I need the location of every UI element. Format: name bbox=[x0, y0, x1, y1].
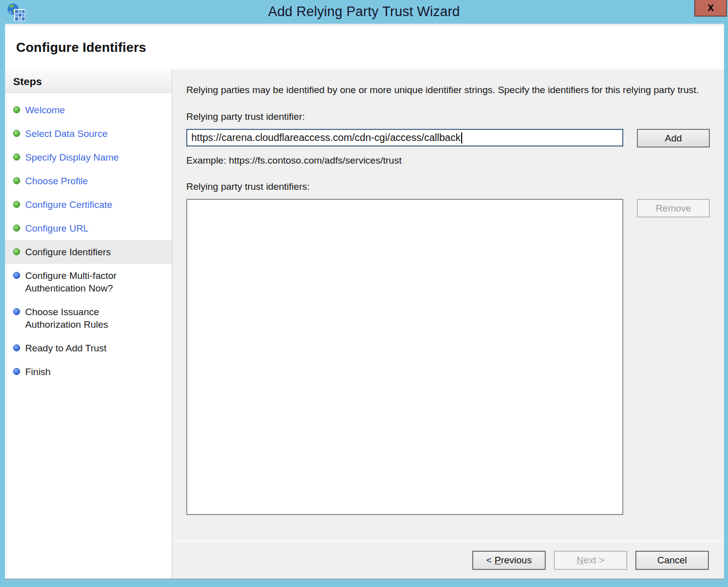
step-item-configure-multi-factor-authentication-now: Configure Multi-factor Authentication No… bbox=[5, 264, 172, 300]
step-item-ready-to-add-trust: Ready to Add Trust bbox=[5, 336, 172, 360]
step-completed-icon bbox=[13, 248, 20, 255]
step-label: Choose Profile bbox=[25, 175, 88, 187]
step-label: Configure Multi-factor Authentication No… bbox=[25, 269, 149, 295]
window-title: Add Relying Party Trust Wizard bbox=[0, 0, 728, 24]
steps-title: Steps bbox=[5, 70, 172, 93]
step-pending-icon bbox=[13, 368, 20, 375]
step-completed-icon bbox=[13, 225, 20, 232]
wizard-dialog: Configure Identifiers Steps WelcomeSelec… bbox=[5, 24, 724, 580]
step-label: Configure Identifiers bbox=[25, 246, 111, 258]
footer-bar: < Previous Next > Cancel bbox=[172, 541, 724, 578]
titlebar: Add Relying Party Trust Wizard X bbox=[0, 0, 728, 24]
step-label: Specify Display Name bbox=[25, 151, 119, 164]
page-header: Configure Identifiers bbox=[5, 24, 724, 70]
step-item-choose-issuance-authorization-rules: Choose Issuance Authorization Rules bbox=[5, 300, 172, 336]
step-item-welcome[interactable]: Welcome bbox=[5, 98, 172, 122]
page-title: Configure Identifiers bbox=[16, 40, 724, 55]
intro-text: Relying parties may be identified by one… bbox=[186, 83, 710, 97]
example-text: Example: https://fs.contoso.com/adfs/ser… bbox=[186, 155, 710, 166]
steps-sidebar: Steps WelcomeSelect Data SourceSpecify D… bbox=[5, 70, 172, 578]
step-label: Ready to Add Trust bbox=[25, 342, 107, 354]
step-pending-icon bbox=[13, 308, 20, 315]
identifiers-list-label: Relying party trust identifiers: bbox=[186, 181, 710, 192]
close-button[interactable]: X bbox=[694, 0, 727, 17]
next-button[interactable]: Next > bbox=[554, 551, 627, 570]
step-label: Choose Issuance Authorization Rules bbox=[25, 306, 149, 331]
step-label: Configure URL bbox=[25, 222, 89, 235]
remove-button[interactable]: Remove bbox=[637, 199, 710, 217]
step-item-specify-display-name[interactable]: Specify Display Name bbox=[5, 145, 172, 169]
step-completed-icon bbox=[13, 177, 20, 184]
step-pending-icon bbox=[13, 344, 20, 351]
step-item-configure-identifiers: Configure Identifiers bbox=[5, 240, 172, 264]
main-pane: Relying parties may be identified by one… bbox=[172, 70, 724, 541]
identifier-input-label: Relying party trust identifier: bbox=[186, 111, 710, 122]
step-completed-icon bbox=[13, 106, 20, 113]
step-completed-icon bbox=[13, 130, 20, 137]
step-item-finish: Finish bbox=[5, 360, 172, 384]
step-label: Select Data Source bbox=[25, 127, 108, 140]
step-item-select-data-source[interactable]: Select Data Source bbox=[5, 122, 172, 145]
step-label: Finish bbox=[25, 365, 51, 378]
step-completed-icon bbox=[13, 201, 20, 208]
cancel-button[interactable]: Cancel bbox=[635, 551, 709, 570]
adfs-icon bbox=[7, 3, 26, 22]
step-item-configure-url[interactable]: Configure URL bbox=[5, 216, 172, 240]
steps-list: WelcomeSelect Data SourceSpecify Display… bbox=[5, 93, 172, 384]
step-label: Welcome bbox=[25, 104, 65, 116]
step-item-choose-profile[interactable]: Choose Profile bbox=[5, 169, 172, 193]
step-item-configure-certificate[interactable]: Configure Certificate bbox=[5, 193, 172, 216]
text-caret bbox=[461, 132, 462, 143]
identifiers-listbox[interactable] bbox=[186, 199, 623, 515]
step-label: Configure Certificate bbox=[25, 198, 112, 211]
previous-button[interactable]: < Previous bbox=[472, 551, 546, 570]
step-pending-icon bbox=[13, 272, 20, 279]
add-button[interactable]: Add bbox=[637, 129, 710, 148]
wizard-window: Add Relying Party Trust Wizard X Configu… bbox=[0, 0, 728, 587]
identifier-input[interactable]: https://carena.cloudflareaccess.com/cdn-… bbox=[186, 129, 623, 146]
identifier-input-value: https://carena.cloudflareaccess.com/cdn-… bbox=[191, 132, 461, 143]
step-completed-icon bbox=[13, 154, 20, 161]
